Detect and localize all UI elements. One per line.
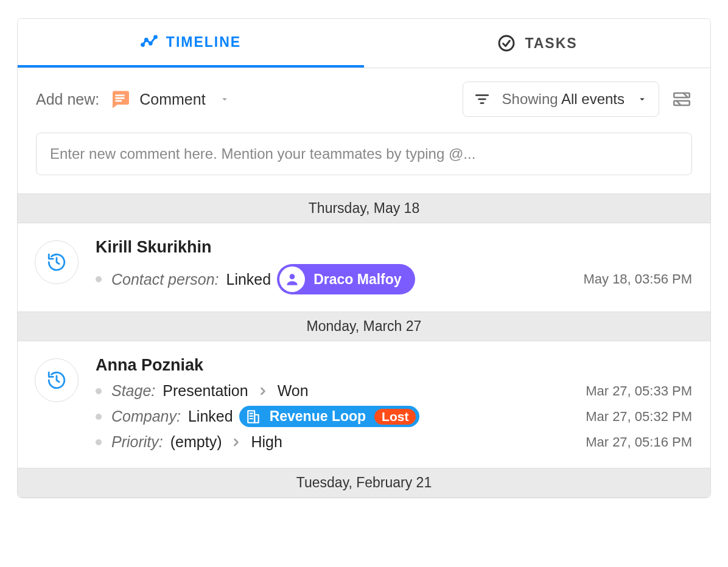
chevron-down-icon <box>637 94 648 105</box>
timeline-icon <box>141 33 158 50</box>
panel: TIMELINE TASKS Add new: Comment Showing … <box>17 18 711 498</box>
toolbar: Add new: Comment Showing All events <box>18 68 710 123</box>
svg-point-2 <box>149 42 152 44</box>
event-row: Stage: Presentation Won Mar 27, 05:33 PM <box>96 382 692 400</box>
company-pill-text: Revenue Loop <box>270 408 366 425</box>
company-pill[interactable]: Revenue Loop Lost <box>239 406 420 427</box>
svg-point-4 <box>499 36 514 50</box>
event-row: Priority: (empty) High Mar 27, 05:16 PM <box>96 433 692 451</box>
svg-rect-5 <box>116 95 125 97</box>
event-group: Anna Pozniak Stage: Presentation Won Mar… <box>18 341 710 468</box>
event-row: Company: Linked Revenue Loop Lost Mar 27… <box>96 406 692 427</box>
linked-word: Linked <box>188 408 233 425</box>
chevron-right-icon <box>257 385 269 397</box>
event-timestamp: Mar 27, 05:33 PM <box>586 383 692 399</box>
settings-sliders-icon[interactable] <box>671 89 692 110</box>
building-icon <box>245 409 261 425</box>
comment-input-wrap <box>18 123 710 193</box>
event-icon-col <box>18 341 96 468</box>
field-label: Priority: <box>111 433 163 451</box>
check-circle-icon <box>497 33 516 53</box>
tab-timeline[interactable]: TIMELINE <box>18 19 364 68</box>
history-icon <box>35 240 79 284</box>
event-user: Kirill Skurikhin <box>96 238 692 257</box>
svg-point-3 <box>154 36 156 38</box>
event-group: Kirill Skurikhin Contact person: Linked … <box>18 223 710 311</box>
field-label: Company: <box>111 408 181 425</box>
tab-timeline-label: TIMELINE <box>166 34 241 50</box>
addnew-label: Add new: <box>36 91 99 108</box>
svg-rect-7 <box>116 100 122 102</box>
comment-bubble-icon <box>109 88 131 110</box>
contact-pill-text: Draco Malfoy <box>313 271 401 288</box>
tab-tasks[interactable]: TASKS <box>364 19 710 68</box>
filter-icon <box>474 91 490 107</box>
bullet-icon <box>96 276 102 282</box>
bullet-icon <box>96 388 102 394</box>
event-body: Anna Pozniak Stage: Presentation Won Mar… <box>96 341 710 468</box>
event-timestamp: May 18, 03:56 PM <box>583 271 692 287</box>
bullet-icon <box>96 414 102 420</box>
bullet-icon <box>96 439 102 445</box>
history-icon <box>35 358 79 402</box>
filter-value: All events <box>561 91 625 107</box>
svg-point-0 <box>141 44 144 46</box>
person-icon <box>279 266 305 292</box>
filter-prefix: Showing <box>502 91 561 107</box>
addnew-type-label: Comment <box>139 91 205 108</box>
svg-rect-17 <box>254 414 259 422</box>
event-icon-col <box>18 223 96 311</box>
filter-text: Showing All events <box>502 91 625 108</box>
addnew-dropdown[interactable] <box>219 94 230 105</box>
linked-word: Linked <box>226 271 271 288</box>
field-label: Stage: <box>111 382 155 400</box>
value-to: High <box>251 433 282 451</box>
tab-tasks-label: TASKS <box>525 35 577 52</box>
event-user: Anna Pozniak <box>96 356 692 375</box>
value-from: Presentation <box>163 382 248 400</box>
filter-dropdown[interactable]: Showing All events <box>463 82 659 117</box>
comment-input[interactable] <box>36 133 692 175</box>
contact-pill[interactable]: Draco Malfoy <box>277 264 415 294</box>
value-to: Won <box>278 382 309 400</box>
date-header: Monday, March 27 <box>18 311 710 341</box>
svg-point-15 <box>290 274 295 279</box>
event-timestamp: Mar 27, 05:32 PM <box>586 409 692 425</box>
field-label: Contact person: <box>111 271 219 288</box>
svg-rect-6 <box>116 97 125 99</box>
date-header: Thursday, May 18 <box>18 193 710 223</box>
tabs-bar: TIMELINE TASKS <box>18 19 710 68</box>
event-body: Kirill Skurikhin Contact person: Linked … <box>96 223 710 311</box>
value-from: (empty) <box>170 433 222 451</box>
chevron-right-icon <box>230 436 242 448</box>
event-timestamp: Mar 27, 05:16 PM <box>586 434 692 450</box>
event-row: Contact person: Linked Draco Malfoy May … <box>96 264 692 294</box>
date-header: Tuesday, February 21 <box>18 468 710 498</box>
status-badge-lost: Lost <box>374 409 416 425</box>
svg-point-1 <box>145 39 147 41</box>
